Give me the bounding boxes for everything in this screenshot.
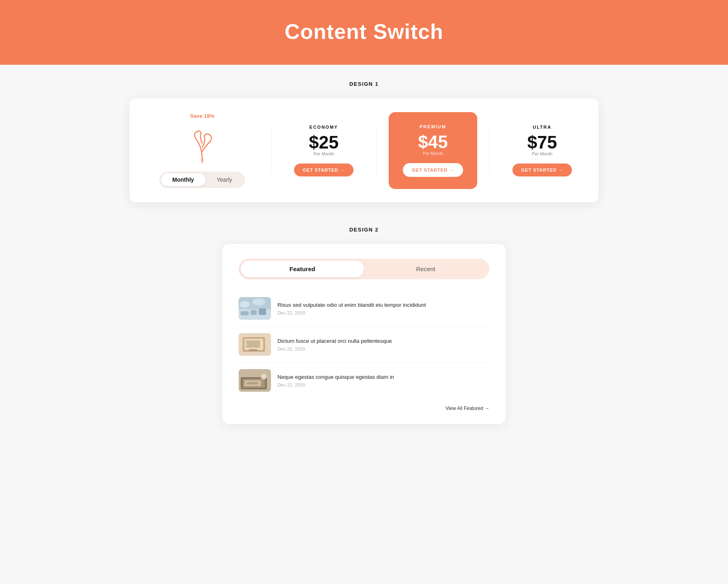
- monthly-toggle-btn[interactable]: Monthly: [161, 173, 205, 186]
- article-info-2: Dictum fusce ut placerat orci nulla pell…: [277, 338, 489, 352]
- svg-rect-11: [246, 340, 260, 348]
- economy-plan-period: Per Month: [313, 151, 334, 156]
- premium-plan-name: PREMIUM: [420, 124, 447, 129]
- svg-rect-5: [259, 308, 266, 315]
- article-thumb-1: [239, 297, 271, 320]
- economy-plan-price: $25: [309, 134, 339, 151]
- plant-icon: [188, 127, 216, 164]
- yearly-toggle-btn[interactable]: Yearly: [205, 173, 243, 186]
- recent-tab-button[interactable]: Recent: [364, 261, 487, 277]
- page-title: Content Switch: [0, 19, 728, 44]
- divider: [376, 126, 377, 175]
- svg-point-6: [240, 301, 250, 308]
- main-content: DESIGN 1 Save 19% Monthly Yearly ECONOMY: [121, 65, 607, 448]
- ultra-get-started-button[interactable]: GET STARTED →: [512, 164, 572, 176]
- article-list: Risus sed vulputate odio ut enim blandit…: [239, 291, 489, 398]
- page-header: Content Switch: [0, 0, 728, 65]
- premium-get-started-button[interactable]: GET STARTED →: [403, 163, 463, 177]
- economy-plan-name: ECONOMY: [309, 125, 338, 130]
- ultra-plan-price: $75: [527, 134, 557, 151]
- article-item: Neque egestas congue quisque egestas dia…: [239, 363, 489, 398]
- design2-label: DESIGN 2: [129, 227, 599, 233]
- divider: [489, 126, 490, 175]
- article-title-1: Risus sed vulputate odio ut enim blandit…: [277, 302, 489, 309]
- svg-point-20: [262, 374, 266, 378]
- save-label: Save 19%: [190, 113, 214, 119]
- article-info-1: Risus sed vulputate odio ut enim blandit…: [277, 302, 489, 316]
- article-title-2: Dictum fusce ut placerat orci nulla pell…: [277, 338, 489, 345]
- view-all[interactable]: View All Featured →: [239, 406, 489, 411]
- svg-rect-3: [241, 311, 249, 315]
- ultra-plan-period: Per Month: [532, 151, 552, 156]
- view-all-link[interactable]: View All Featured →: [446, 406, 490, 411]
- svg-point-7: [252, 298, 265, 306]
- pricing-toggle-section: Save 19% Monthly Yearly: [146, 113, 259, 188]
- premium-plan-price: $45: [418, 133, 448, 151]
- plan-economy: ECONOMY $25 Per Month GET STARTED →: [284, 117, 364, 185]
- plan-ultra: ULTRA $75 Per Month GET STARTED →: [502, 117, 582, 185]
- article-item: Dictum fusce ut placerat orci nulla pell…: [239, 327, 489, 363]
- article-item: Risus sed vulputate odio ut enim blandit…: [239, 291, 489, 327]
- design1-card: Save 19% Monthly Yearly ECONOMY $25 Per …: [129, 98, 599, 202]
- article-date-1: Dec 22, 2020: [277, 310, 489, 315]
- design2-card: Featured Recent: [222, 244, 506, 424]
- article-date-2: Dec 22, 2020: [277, 346, 489, 351]
- article-title-3: Neque egestas congue quisque egestas dia…: [277, 374, 489, 381]
- premium-plan-period: Per Month: [423, 151, 443, 156]
- featured-tab-button[interactable]: Featured: [241, 261, 364, 277]
- article-thumb-3: [239, 369, 271, 392]
- content-toggle[interactable]: Featured Recent: [239, 259, 489, 279]
- billing-toggle[interactable]: Monthly Yearly: [159, 172, 245, 188]
- plans-area: ECONOMY $25 Per Month GET STARTED → PREM…: [259, 116, 582, 185]
- plan-premium: PREMIUM $45 Per Month GET STARTED →: [389, 112, 477, 189]
- economy-get-started-button[interactable]: GET STARTED →: [294, 164, 354, 176]
- ultra-plan-name: ULTRA: [533, 125, 551, 130]
- svg-rect-18: [247, 382, 258, 384]
- article-info-3: Neque egestas congue quisque egestas dia…: [277, 374, 489, 388]
- design2-section: DESIGN 2 Featured Recent: [129, 227, 599, 424]
- svg-rect-12: [249, 349, 258, 351]
- svg-rect-4: [251, 310, 257, 315]
- article-date-3: Dec 22, 2020: [277, 382, 489, 387]
- article-thumb-2: [239, 333, 271, 356]
- design1-label: DESIGN 1: [129, 81, 599, 87]
- svg-point-13: [245, 343, 248, 346]
- divider: [271, 126, 271, 175]
